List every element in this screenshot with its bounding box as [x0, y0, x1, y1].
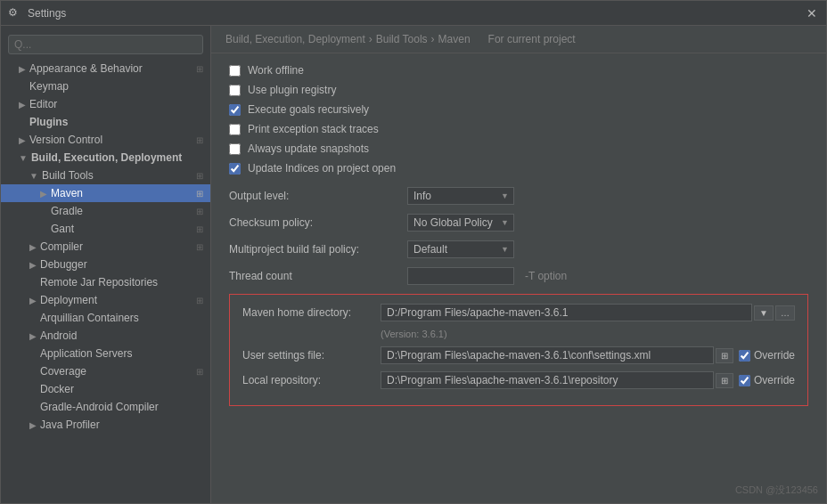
sidebar-item-label: Java Profiler	[40, 419, 100, 431]
arrow-icon: ▼	[29, 171, 38, 181]
maven-version-text: (Version: 3.6.1)	[381, 329, 795, 339]
sidebar-item-build-exec-deploy[interactable]: ▼ Build, Execution, Deployment	[1, 149, 210, 167]
sidebar-item-label: Version Control	[29, 134, 102, 146]
sidebar-item-build-tools[interactable]: ▼ Build Tools ⊞	[1, 167, 210, 184]
multiproject-policy-dropdown[interactable]: Default After At End Never	[407, 240, 514, 258]
title-bar: ⚙ Settings ✕	[1, 1, 826, 26]
checksum-policy-row: Checksum policy: No Global Policy Warn F…	[229, 214, 808, 232]
sidebar-item-docker[interactable]: ▶ Docker	[1, 380, 210, 398]
local-repo-override-wrap: Override	[739, 374, 795, 386]
search-input[interactable]	[14, 38, 197, 51]
user-settings-browse-btn[interactable]: ⊞	[716, 348, 733, 363]
highlighted-section: Maven home directory: ▼ … (Version: 3.6.…	[229, 294, 808, 406]
sidebar-item-compiler[interactable]: ▶ Compiler ⊞	[1, 238, 210, 256]
sidebar-item-editor[interactable]: ▶ Editor	[1, 95, 210, 113]
print-exception-checkbox[interactable]	[229, 124, 241, 135]
sidebar-item-android[interactable]: ▶ Android	[1, 327, 210, 345]
sidebar-item-remote-jar[interactable]: ▶ Remote Jar Repositories	[1, 273, 210, 291]
sidebar-item-appearance[interactable]: ▶ Appearance & Behavior ⊞	[1, 60, 210, 77]
sidebar-item-maven[interactable]: ▶ Maven ⊞	[1, 184, 210, 202]
page-icon: ⊞	[196, 207, 203, 216]
always-update-checkbox[interactable]	[229, 143, 241, 155]
sidebar-item-keymap[interactable]: ▶ Keymap	[1, 77, 210, 95]
checkbox-execute-goals: Execute goals recursively	[229, 103, 808, 116]
breadcrumb-part1: Build, Execution, Deployment	[225, 33, 365, 45]
search-box[interactable]	[8, 35, 203, 54]
sidebar-item-label: Arquillian Containers	[40, 312, 139, 324]
sidebar-item-label: Gant	[51, 223, 74, 235]
work-offline-label: Work offline	[248, 64, 304, 77]
update-indices-checkbox[interactable]	[229, 163, 241, 175]
breadcrumb-for-project: For current project	[488, 33, 576, 45]
sidebar-item-label: Android	[40, 329, 77, 342]
settings-content: Work offline Use plugin registry Execute…	[211, 53, 826, 503]
local-repo-override-label: Override	[754, 374, 795, 386]
sidebar-item-gradle[interactable]: ▶ Gradle ⊞	[1, 202, 210, 220]
checksum-policy-control: No Global Policy Warn Fail	[407, 214, 514, 232]
print-exception-label: Print exception stack traces	[248, 123, 379, 135]
breadcrumb-part2: Build Tools	[376, 33, 428, 45]
sidebar-item-app-servers[interactable]: ▶ Application Servers	[1, 345, 210, 362]
checksum-policy-dropdown[interactable]: No Global Policy Warn Fail	[407, 214, 514, 232]
sidebar-item-label: Appearance & Behavior	[29, 62, 143, 75]
main-panel: Build, Execution, Deployment › Build Too…	[211, 26, 826, 503]
output-level-dropdown[interactable]: Info Debug Warn Error	[407, 187, 514, 205]
multiproject-policy-dropdown-wrap: Default After At End Never	[407, 240, 514, 258]
output-level-row: Output level: Info Debug Warn Error	[229, 187, 808, 205]
arrow-icon: ▶	[29, 242, 37, 252]
sidebar-item-debugger[interactable]: ▶ Debugger	[1, 256, 210, 273]
maven-home-input-wrap: ▼ …	[381, 304, 795, 321]
user-settings-override-checkbox[interactable]	[739, 350, 750, 362]
page-icon: ⊞	[196, 224, 203, 234]
sidebar-item-gradle-android[interactable]: ▶ Gradle-Android Compiler	[1, 398, 210, 416]
sidebar-item-label: Plugins	[29, 116, 68, 128]
user-settings-override-label: Override	[754, 349, 795, 362]
always-update-label: Always update snapshots	[248, 142, 369, 155]
sidebar-item-java-profiler[interactable]: ▶ Java Profiler	[1, 416, 210, 434]
sidebar-item-gant[interactable]: ▶ Gant ⊞	[1, 220, 210, 238]
sidebar-item-label: Build, Execution, Deployment	[31, 151, 182, 164]
sidebar-item-label: Debugger	[40, 258, 87, 271]
sidebar-item-arquillian[interactable]: ▶ Arquillian Containers	[1, 309, 210, 327]
close-button[interactable]: ✕	[805, 6, 819, 20]
arrow-icon: ▶	[40, 189, 47, 199]
local-repo-browse-btn[interactable]: ⊞	[716, 373, 733, 388]
page-icon: ⊞	[196, 171, 203, 181]
sidebar-item-deployment[interactable]: ▶ Deployment ⊞	[1, 291, 210, 309]
sidebar-item-version-control[interactable]: ▶ Version Control ⊞	[1, 131, 210, 149]
breadcrumb-sep2: ›	[431, 33, 435, 45]
update-indices-label: Update Indices on project open	[248, 162, 396, 175]
multiproject-policy-label: Multiproject build fail policy:	[229, 243, 407, 256]
local-repo-override-checkbox[interactable]	[739, 375, 750, 386]
page-icon: ⊞	[196, 135, 203, 145]
user-settings-input-wrap: ⊞ Override	[381, 346, 795, 364]
sidebar-item-plugins[interactable]: ▶ Plugins	[1, 113, 210, 131]
plugin-registry-label: Use plugin registry	[248, 84, 336, 96]
work-offline-checkbox[interactable]	[229, 65, 241, 77]
thread-count-control: -T option	[407, 267, 567, 285]
t-option-label: -T option	[525, 270, 567, 282]
user-settings-input[interactable]	[381, 346, 714, 364]
breadcrumb-part3: Maven	[438, 33, 471, 45]
execute-goals-checkbox[interactable]	[229, 104, 241, 116]
maven-home-input[interactable]	[381, 304, 752, 321]
thread-count-input[interactable]	[407, 267, 514, 285]
arrow-icon: ▶	[19, 100, 26, 110]
local-repo-input[interactable]	[381, 371, 714, 389]
page-icon: ⊞	[196, 189, 203, 199]
sidebar-item-label: Remote Jar Repositories	[40, 276, 158, 289]
plugin-registry-checkbox[interactable]	[229, 85, 241, 96]
window-title: Settings	[28, 7, 805, 20]
checkbox-update-indices: Update Indices on project open	[229, 162, 808, 175]
arrow-icon: ▶	[19, 135, 26, 145]
sidebar-item-label: Compiler	[40, 240, 83, 253]
main-content: ▶ Appearance & Behavior ⊞ ▶ Keymap ▶ Edi…	[1, 26, 826, 503]
maven-home-browse-btn[interactable]: …	[775, 305, 795, 321]
checkbox-work-offline: Work offline	[229, 64, 808, 77]
sidebar-item-coverage[interactable]: ▶ Coverage ⊞	[1, 362, 210, 380]
thread-count-label: Thread count	[229, 270, 407, 282]
sidebar-item-label: Maven	[51, 187, 83, 199]
checkbox-print-exception: Print exception stack traces	[229, 123, 808, 135]
page-icon: ⊞	[196, 64, 203, 74]
maven-home-dropdown-btn[interactable]: ▼	[754, 305, 774, 321]
